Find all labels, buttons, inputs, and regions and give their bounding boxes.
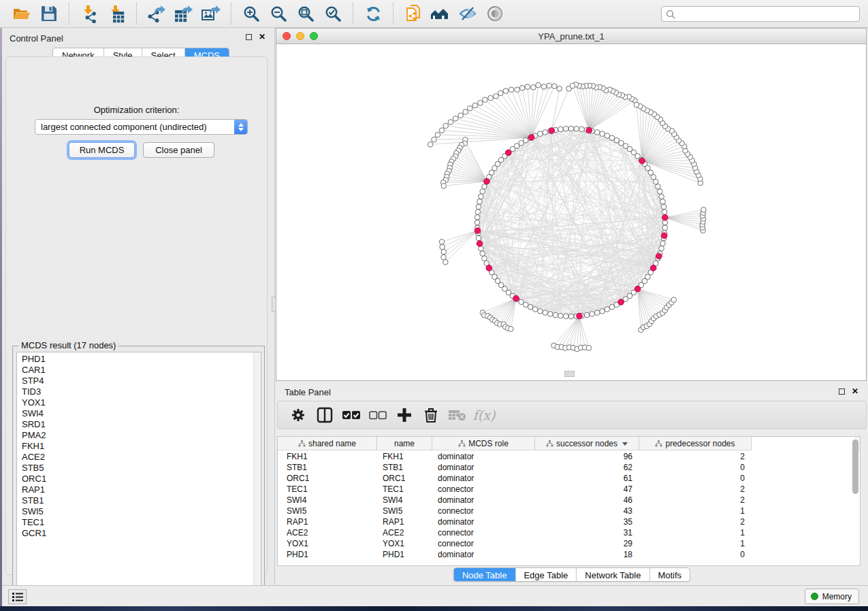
columns-icon[interactable]: [315, 406, 334, 425]
automation-panel-button[interactable]: [8, 589, 27, 604]
mcds-result-item[interactable]: ORC1: [17, 474, 261, 484]
column-header-shared-name[interactable]: shared name: [278, 437, 377, 450]
cell: 0: [639, 549, 752, 560]
table-row[interactable]: ORC1ORC1dominator610: [278, 473, 860, 484]
table-row[interactable]: PHD1PHD1dominator180: [278, 549, 860, 560]
mcds-result-item[interactable]: PHD1: [17, 354, 261, 365]
mcds-result-item[interactable]: FKH1: [17, 441, 261, 452]
mcds-result-item[interactable]: CAR1: [17, 365, 261, 376]
mcds-result-item[interactable]: GCR1: [17, 528, 261, 539]
cell: PHD1: [377, 549, 432, 560]
save-icon[interactable]: [39, 3, 59, 24]
attribute-tree-icon: [298, 440, 306, 447]
node-table-scrollbar[interactable]: [852, 438, 858, 564]
mcds-list-scrollbar[interactable]: [253, 352, 261, 593]
column-header-name[interactable]: name: [377, 437, 432, 450]
table-row[interactable]: YOX1YOX1connector291: [278, 538, 860, 549]
column-header-MCDS-role[interactable]: MCDS role: [432, 437, 535, 450]
new-network-from-selection-icon[interactable]: [403, 3, 423, 24]
column-label: successor nodes: [556, 439, 617, 448]
select-all-icon[interactable]: [342, 406, 361, 425]
mcds-result-item[interactable]: PMA2: [17, 430, 261, 441]
cell: 0: [639, 462, 752, 473]
export-image-icon[interactable]: [201, 3, 221, 24]
cell: FKH1: [278, 451, 377, 462]
close-table-panel-icon[interactable]: ✕: [852, 388, 858, 395]
cell: ACE2: [278, 527, 377, 538]
cell: SWI5: [278, 506, 377, 516]
table-row[interactable]: FKH1FKH1dominator962: [278, 451, 860, 462]
network-graph[interactable]: [276, 44, 866, 380]
zoom-out-icon[interactable]: [268, 3, 289, 24]
zoom-fit-icon[interactable]: [295, 3, 316, 24]
import-network-icon[interactable]: [79, 3, 99, 24]
export-table-icon[interactable]: [174, 3, 194, 24]
show-hidden-icon[interactable]: [485, 3, 505, 24]
search-box[interactable]: [661, 6, 860, 22]
cell: ORC1: [278, 473, 377, 484]
float-table-panel-icon[interactable]: [839, 389, 845, 395]
sort-desc-icon: [622, 442, 628, 446]
zoom-selected-icon[interactable]: [323, 3, 343, 24]
table-row[interactable]: ACE2ACE2connector311: [278, 527, 860, 538]
close-panel-button[interactable]: Close panel: [143, 142, 214, 158]
cell: connector: [432, 527, 535, 538]
cell: STB1: [278, 462, 377, 473]
search-input[interactable]: [675, 7, 859, 20]
mcds-result-item[interactable]: STB1: [17, 495, 261, 506]
mcds-result-item[interactable]: RAP1: [17, 484, 261, 495]
mcds-result-item[interactable]: STP4: [17, 376, 261, 386]
memory-button[interactable]: Memory: [805, 589, 859, 604]
tab-network-table[interactable]: Network Table: [577, 568, 649, 581]
table-row[interactable]: SWI5SWI5connector431: [278, 506, 860, 516]
float-panel-icon[interactable]: [246, 34, 252, 40]
run-mcds-button[interactable]: Run MCDS: [69, 142, 135, 158]
network-window-titlebar[interactable]: YPA_prune.txt_1: [276, 29, 866, 44]
table-row[interactable]: SWI4SWI4dominator462: [278, 495, 860, 506]
cell: SWI5: [377, 506, 432, 516]
tab-node-table[interactable]: Node Table: [454, 568, 516, 581]
cell: dominator: [432, 462, 535, 473]
settings-gear-icon[interactable]: [289, 406, 308, 425]
mcds-result-item[interactable]: SRD1: [17, 419, 261, 430]
node-table-body: FKH1FKH1dominator962STB1STB1dominator620…: [278, 451, 860, 560]
mcds-result-item[interactable]: TEC1: [17, 517, 261, 528]
mcds-result-list[interactable]: PHD1CAR1STP4TID3YOX1SWI4SRD1PMA2FKH1ACE2…: [16, 352, 261, 593]
scrollbar-thumb[interactable]: [852, 440, 858, 494]
desktop-wallpaper-bottom: [0, 606, 868, 611]
cell: 1: [639, 527, 752, 538]
optimization-criterion-select[interactable]: largest connected component (undirected): [35, 119, 248, 135]
zoom-in-icon[interactable]: [241, 3, 261, 24]
tab-edge-table[interactable]: Edge Table: [515, 568, 577, 581]
table-panel-title: Table Panel: [285, 387, 331, 397]
refresh-icon[interactable]: [363, 3, 383, 24]
mcds-result-item[interactable]: ACE2: [17, 452, 261, 463]
table-panel-tabs: Node TableEdge TableNetwork TableMotifs: [453, 567, 690, 582]
hide-selected-icon[interactable]: [457, 3, 478, 24]
mcds-result-item[interactable]: SWI4: [17, 408, 261, 419]
column-header-successor-nodes[interactable]: successor nodes: [535, 437, 639, 450]
table-row[interactable]: RAP1RAP1dominator352: [278, 516, 860, 527]
mcds-result-group: MCDS result (17 nodes) PHD1CAR1STP4TID3Y…: [12, 346, 265, 598]
tab-motifs[interactable]: Motifs: [649, 568, 690, 581]
deselect-all-icon[interactable]: [368, 406, 387, 425]
open-folder-icon[interactable]: [12, 3, 32, 24]
cell: SWI4: [278, 495, 377, 506]
mcds-result-item[interactable]: YOX1: [17, 397, 261, 408]
mcds-result-item[interactable]: SWI5: [17, 506, 261, 517]
horizontal-splitter-handle[interactable]: [564, 371, 575, 377]
network-canvas[interactable]: [276, 44, 866, 380]
mcds-result-item[interactable]: TID3: [17, 386, 261, 397]
show-all-icon[interactable]: [430, 3, 451, 24]
table-row[interactable]: TEC1TEC1connector472: [278, 484, 860, 495]
export-network-icon[interactable]: [146, 3, 167, 24]
close-panel-icon[interactable]: ✕: [259, 33, 266, 40]
cell: 2: [639, 516, 752, 527]
toolbar-separator: [353, 3, 353, 24]
column-header-predecessor-nodes[interactable]: predecessor nodes: [639, 437, 752, 450]
table-row[interactable]: STB1STB1dominator620: [278, 462, 860, 473]
add-column-icon[interactable]: [395, 406, 414, 425]
import-table-icon[interactable]: [106, 3, 127, 24]
delete-icon[interactable]: [421, 406, 440, 425]
mcds-result-item[interactable]: STB5: [17, 463, 261, 474]
